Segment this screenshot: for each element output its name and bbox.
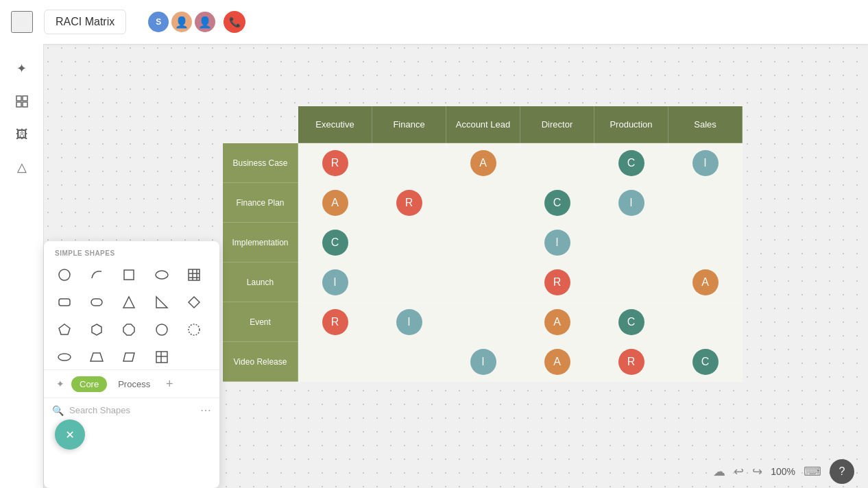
zoom-level: 100% [771, 466, 795, 477]
more-options-button[interactable]: ⋯ [200, 404, 211, 417]
raci-badge-a[interactable]: A [544, 309, 570, 335]
shapes-panel: SIMPLE SHAPES [44, 241, 219, 488]
matrix-cell: A [668, 263, 743, 302]
matrix-cell [372, 223, 446, 263]
shape-triangle[interactable] [117, 290, 141, 315]
svg-rect-13 [91, 299, 102, 306]
raci-badge-c[interactable]: C [618, 150, 644, 176]
undo-icon[interactable]: ↩ [734, 464, 744, 479]
tab-process[interactable]: Process [110, 376, 158, 392]
raci-badge-a[interactable]: A [692, 269, 719, 295]
shape-octagon[interactable] [117, 317, 141, 342]
shape-hexagon[interactable] [84, 317, 109, 342]
svg-marker-15 [156, 297, 167, 308]
matrix-cell [372, 342, 446, 382]
shape-square[interactable] [117, 263, 141, 287]
cloud-icon[interactable]: ☁ [713, 464, 725, 479]
search-icon: 🔍 [52, 405, 64, 416]
shape-grid2[interactable] [149, 345, 174, 369]
svg-marker-14 [123, 297, 134, 308]
search-input[interactable] [69, 405, 195, 415]
raci-badge-a[interactable]: A [470, 150, 496, 176]
col-director: Director [520, 106, 594, 143]
menu-button[interactable] [11, 11, 33, 33]
call-button[interactable]: 📞 [224, 11, 245, 33]
matrix-cell [668, 183, 743, 223]
shape-oval[interactable] [52, 345, 77, 369]
matrix-cell [520, 143, 594, 183]
svg-marker-23 [91, 353, 103, 361]
raci-badge-i[interactable]: I [470, 349, 496, 375]
avatar-group: S 👤 👤 📞 [148, 11, 245, 33]
row-label: Implementation [223, 223, 298, 263]
raci-badge-a[interactable]: A [322, 190, 348, 216]
raci-badge-c[interactable]: C [322, 230, 348, 256]
matrix-cell: A [520, 342, 594, 382]
shape-table[interactable] [182, 263, 206, 287]
svg-point-21 [189, 324, 200, 335]
shape-right-triangle[interactable] [149, 290, 174, 315]
topbar: RACI Matrix S 👤 👤 📞 [0, 0, 868, 44]
matrix-cell [446, 263, 520, 302]
shape-circle[interactable] [52, 263, 77, 287]
matrix-cell: I [446, 342, 520, 382]
sidebar-icon-image[interactable]: 🖼 [8, 121, 36, 148]
row-label: Event [223, 302, 298, 342]
matrix-cell: A [520, 302, 594, 342]
raci-badge-c[interactable]: C [618, 309, 644, 335]
col-account-lead: Account Lead [446, 106, 520, 143]
shape-arc[interactable] [84, 263, 109, 287]
star-icon[interactable]: ✦ [52, 376, 69, 392]
sidebar-icon-triangle[interactable]: △ [8, 154, 36, 181]
shape-circle3[interactable] [182, 317, 206, 342]
matrix-row: EventRIAC [223, 302, 743, 342]
raci-badge-i[interactable]: I [618, 190, 644, 216]
svg-rect-2 [16, 102, 21, 107]
keyboard-icon[interactable]: ⌨ [804, 464, 821, 479]
col-sales: Sales [668, 106, 743, 143]
row-label: Finance Plan [223, 183, 298, 223]
matrix-row: LaunchIRA [223, 263, 743, 302]
raci-badge-r[interactable]: R [396, 190, 422, 216]
matrix-header: Executive Finance Account Lead Director … [223, 106, 743, 143]
raci-badge-i[interactable]: I [396, 309, 422, 335]
svg-point-20 [156, 324, 167, 335]
document-title: RACI Matrix [56, 16, 114, 28]
raci-badge-r[interactable]: R [322, 150, 348, 176]
add-tab-button[interactable]: + [161, 376, 178, 392]
shape-circle2[interactable] [149, 317, 174, 342]
document-title-box: RACI Matrix [44, 10, 126, 34]
matrix-cell [668, 302, 743, 342]
sidebar-icon-grid[interactable] [8, 88, 36, 115]
raci-badge-r[interactable]: R [322, 309, 348, 335]
raci-badge-r[interactable]: R [618, 349, 644, 375]
raci-badge-i[interactable]: I [544, 230, 570, 256]
sidebar-icon-shapes[interactable]: ✦ [8, 55, 36, 82]
shape-rounded-rect[interactable] [52, 290, 77, 315]
raci-badge-i[interactable]: I [322, 269, 348, 295]
matrix-row: Video ReleaseIARC [223, 342, 743, 382]
shape-rounded-rect2[interactable] [84, 290, 109, 315]
raci-badge-a[interactable]: A [544, 349, 570, 375]
shape-trapezoid[interactable] [84, 345, 109, 369]
shape-diamond[interactable] [182, 290, 206, 315]
svg-marker-18 [92, 324, 101, 335]
redo-icon[interactable]: ↪ [752, 464, 762, 479]
svg-point-6 [156, 271, 168, 279]
matrix-cell: C [668, 342, 743, 382]
shape-ellipse[interactable] [149, 263, 174, 287]
matrix-row: Business CaseRACI [223, 143, 743, 183]
matrix-cell: C [298, 223, 372, 263]
shape-parallelogram[interactable] [117, 345, 141, 369]
shape-pentagon[interactable] [52, 317, 77, 342]
raci-badge-c[interactable]: C [692, 349, 719, 375]
matrix-cell: I [298, 263, 372, 302]
raci-badge-c[interactable]: C [544, 190, 570, 216]
row-label: Launch [223, 263, 298, 302]
raci-badge-i[interactable]: I [692, 150, 719, 176]
row-label: Business Case [223, 143, 298, 183]
tab-core[interactable]: Core [71, 376, 107, 392]
raci-badge-r[interactable]: R [544, 269, 570, 295]
help-button[interactable]: ? [830, 459, 854, 484]
matrix-cell: I [520, 223, 594, 263]
